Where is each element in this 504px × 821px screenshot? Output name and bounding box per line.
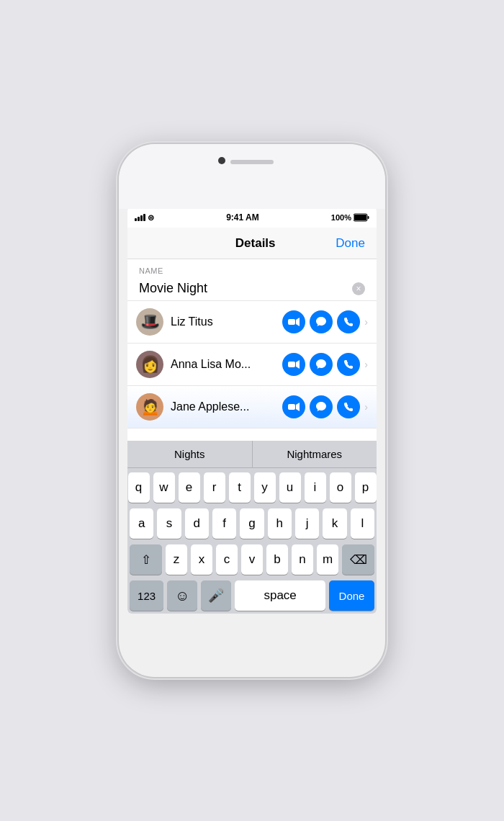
message-btn-jane[interactable] — [310, 395, 333, 418]
avatar-jane: 🙍 — [136, 393, 163, 421]
front-camera — [218, 157, 225, 164]
bar3 — [140, 215, 143, 221]
bar1 — [135, 218, 137, 221]
chevron-anna: › — [364, 359, 368, 370]
key-s[interactable]: s — [157, 508, 181, 539]
key-row-3: ⇧ z x c v b n m ⌫ — [130, 544, 374, 575]
signal-icon — [135, 214, 145, 221]
svg-marker-8 — [296, 403, 300, 411]
video-btn-jane[interactable] — [282, 395, 305, 418]
key-f[interactable]: f — [212, 508, 236, 539]
video-btn-liz[interactable] — [282, 310, 305, 333]
key-done[interactable]: Done — [329, 580, 374, 611]
key-space[interactable]: space — [235, 580, 325, 611]
key-m[interactable]: m — [317, 544, 338, 575]
phone-frame: ⊜ 9:41 AM 100% Details Done NAME — [119, 144, 385, 677]
key-x[interactable]: x — [191, 544, 212, 575]
key-c[interactable]: c — [216, 544, 238, 575]
phone-top-hardware — [119, 144, 385, 209]
key-r[interactable]: r — [204, 472, 225, 503]
svg-rect-5 — [288, 362, 295, 367]
phone-btn-jane[interactable] — [337, 395, 360, 418]
key-delete[interactable]: ⌫ — [342, 544, 374, 575]
avatar-anna: 👩 — [136, 351, 163, 378]
status-bar: ⊜ 9:41 AM 100% — [127, 207, 377, 228]
key-h[interactable]: h — [268, 508, 292, 539]
contact-actions-jane — [282, 395, 360, 418]
key-shift[interactable]: ⇧ — [130, 544, 162, 575]
wifi-icon: ⊜ — [148, 213, 154, 223]
contact-actions-anna — [282, 353, 360, 376]
status-time: 9:41 AM — [226, 212, 259, 223]
battery-icon — [354, 213, 369, 222]
add-contact-row[interactable]: + Add Contact — [127, 429, 377, 441]
chevron-liz: › — [364, 316, 368, 328]
earpiece-speaker — [230, 160, 274, 164]
message-btn-liz[interactable] — [310, 310, 333, 333]
chevron-jane: › — [364, 401, 368, 413]
done-button[interactable]: Done — [336, 236, 365, 251]
key-123[interactable]: 123 — [130, 580, 163, 611]
nav-bar: Details Done — [127, 228, 377, 259]
key-e[interactable]: e — [179, 472, 200, 503]
key-u[interactable]: u — [279, 472, 301, 503]
svg-marker-6 — [296, 360, 300, 369]
key-p[interactable]: p — [355, 472, 377, 503]
name-input-row: Movie Night × — [139, 277, 365, 300]
key-w[interactable]: w — [153, 472, 175, 503]
key-l[interactable]: l — [351, 508, 374, 539]
key-j[interactable]: j — [295, 508, 319, 539]
key-row-2: a s d f g h j k l — [130, 508, 374, 539]
key-d[interactable]: d — [185, 508, 209, 539]
key-n[interactable]: n — [292, 544, 313, 575]
video-btn-anna[interactable] — [282, 353, 305, 376]
content-area: NAME Movie Night × 🎩 Liz Titus — [127, 259, 377, 441]
name-section: NAME Movie Night × — [127, 259, 377, 301]
key-y[interactable]: y — [254, 472, 276, 503]
svg-rect-1 — [368, 216, 369, 219]
contact-row-liz: 🎩 Liz Titus › — [127, 301, 377, 344]
phone-screen: ⊜ 9:41 AM 100% Details Done NAME — [127, 207, 377, 614]
avatar-liz: 🎩 — [136, 308, 163, 336]
key-z[interactable]: z — [166, 544, 187, 575]
contact-name-liz: Liz Titus — [171, 315, 282, 328]
key-row-1: q w e r t y u i o p — [130, 472, 374, 503]
key-q[interactable]: q — [128, 472, 150, 503]
message-btn-anna[interactable] — [310, 353, 333, 376]
phone-btn-anna[interactable] — [337, 353, 360, 376]
svg-rect-7 — [288, 404, 295, 410]
bar2 — [138, 217, 140, 221]
key-i[interactable]: i — [305, 472, 326, 503]
status-left: ⊜ — [135, 213, 154, 223]
contact-row-anna: 👩 Anna Lisa Mo... › — [127, 344, 377, 386]
contact-name-anna: Anna Lisa Mo... — [171, 358, 282, 371]
svg-rect-3 — [288, 319, 295, 325]
svg-marker-4 — [296, 318, 300, 326]
bar4 — [143, 214, 145, 221]
contact-actions-liz — [282, 310, 360, 333]
battery-label: 100% — [331, 213, 351, 222]
autocomplete-item-1[interactable]: Nightmares — [253, 441, 377, 467]
keyboard: q w e r t y u i o p a s d f g h j k — [127, 468, 377, 614]
autocomplete-item-0[interactable]: Nights — [127, 441, 253, 467]
clear-button[interactable]: × — [352, 282, 365, 295]
key-v[interactable]: v — [241, 544, 263, 575]
autocomplete-bar: Nights Nightmares — [127, 441, 377, 468]
key-b[interactable]: b — [266, 544, 288, 575]
key-emoji[interactable]: ☺ — [167, 580, 197, 611]
key-row-bottom: 123 ☺ 🎤 space Done — [130, 580, 374, 611]
status-right: 100% — [331, 213, 369, 222]
contact-name-jane: Jane Applese... — [171, 400, 282, 413]
name-value[interactable]: Movie Night — [139, 281, 352, 296]
key-o[interactable]: o — [330, 472, 351, 503]
phone-btn-liz[interactable] — [337, 310, 360, 333]
key-mic[interactable]: 🎤 — [201, 580, 231, 611]
key-t[interactable]: t — [229, 472, 251, 503]
key-g[interactable]: g — [240, 508, 264, 539]
key-a[interactable]: a — [130, 508, 153, 539]
nav-title: Details — [235, 236, 276, 251]
name-field-label: NAME — [139, 266, 365, 275]
contact-row-jane: 🙍 Jane Applese... › — [127, 386, 377, 429]
key-k[interactable]: k — [323, 508, 346, 539]
svg-rect-2 — [354, 215, 366, 220]
